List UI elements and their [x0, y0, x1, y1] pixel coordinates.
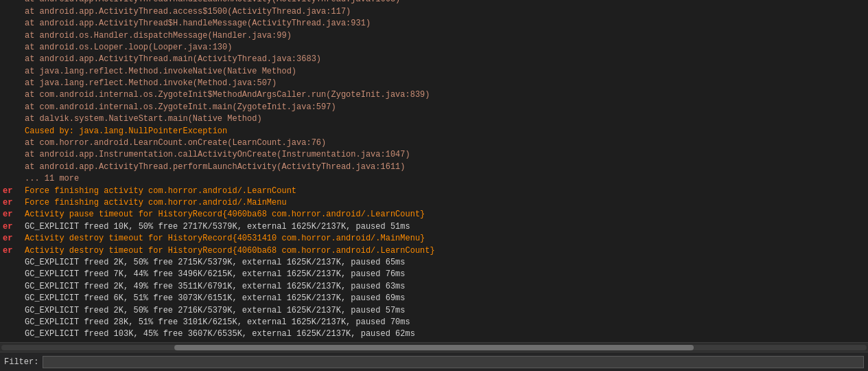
horizontal-scrollbar-thumb[interactable]	[174, 345, 694, 350]
log-line: erActivity pause timeout for HistoryReco…	[3, 209, 865, 221]
log-text: GC_EXPLICIT freed 2K, 50% free 2716K/537…	[25, 305, 406, 317]
log-line: = at java.lang.reflect.Method.invoke(Met…	[3, 78, 865, 89]
log-tag	[3, 257, 22, 269]
log-tag	[3, 293, 22, 304]
log-tag: =	[3, 6, 22, 18]
log-line: = at android.app.ActivityThread.access$1…	[3, 6, 865, 18]
log-tag: =	[3, 42, 22, 54]
log-text: at com.android.internal.os.ZygoteInit.ma…	[25, 102, 336, 113]
log-line: GC_EXPLICIT freed 103K, 45% free 3607K/6…	[3, 328, 865, 340]
log-text: Activity pause timeout for HistoryRecord…	[25, 209, 425, 221]
log-tag: er	[3, 209, 22, 221]
log-line: = at android.app.ActivityThread.main(Act…	[3, 54, 865, 65]
log-line: erActivity destroy timeout for HistoryRe…	[3, 245, 865, 257]
log-tag	[3, 305, 22, 317]
log-line: =Caused by: java.lang.NullPointerExcepti…	[3, 126, 865, 137]
log-line: GC_EXPLICIT freed 7K, 44% free 3496K/621…	[3, 269, 865, 280]
log-tag: =	[3, 113, 22, 125]
log-text: GC_EXPLICIT freed 2K, 49% free 3511K/679…	[25, 281, 406, 293]
log-line: = at android.os.Handler.dispatchMessage(…	[3, 30, 865, 42]
log-text: GC_EXPLICIT freed 28K, 51% free 3101K/62…	[25, 317, 410, 328]
log-tag: =	[3, 89, 22, 101]
log-text: GC_EXPLICIT freed 7K, 44% free 3496K/621…	[25, 269, 406, 280]
log-tag: =	[3, 161, 22, 173]
log-text: at android.app.ActivityThread.handleLaun…	[25, 0, 400, 6]
filter-label: Filter:	[4, 357, 38, 367]
log-text: at java.lang.reflect.Method.invoke(Metho…	[25, 78, 277, 89]
log-tag: =	[3, 126, 22, 137]
log-text: at java.lang.reflect.Method.invokeNative…	[25, 66, 296, 78]
log-line: = at com.android.internal.os.ZygoteInit.…	[3, 102, 865, 113]
log-line: = at android.app.ActivityThread.handleLa…	[3, 0, 865, 6]
log-line: = ... 11 more	[3, 173, 865, 185]
log-tag: =	[3, 30, 22, 42]
log-line: er Force finishing activity com.horror.a…	[3, 197, 865, 209]
log-line: = at android.app.Instrumentation.callAct…	[3, 149, 865, 161]
log-tag	[3, 269, 22, 280]
log-output[interactable]: U positionShutting down VM=threadid=1: t…	[0, 0, 868, 342]
log-tag: er	[3, 186, 22, 197]
log-tag	[3, 281, 22, 293]
log-tag: =	[3, 0, 22, 6]
log-tag: er	[3, 245, 22, 257]
log-text: at android.app.Instrumentation.callActiv…	[25, 149, 410, 161]
log-tag: er	[3, 221, 22, 233]
log-tag: er	[3, 233, 22, 245]
log-text: at android.app.ActivityThread.main(Activ…	[25, 54, 321, 65]
log-line: erGC_EXPLICIT freed 10K, 50% free 2717K/…	[3, 221, 865, 233]
horizontal-scrollbar-track[interactable]	[1, 345, 867, 350]
filter-bar: Filter:	[0, 352, 868, 371]
log-text: at android.app.ActivityThread$H.handleMe…	[25, 18, 371, 30]
log-line: = at android.app.ActivityThread.performL…	[3, 161, 865, 173]
filter-input[interactable]	[43, 356, 864, 368]
log-text: GC_EXPLICIT freed 2K, 50% free 2715K/537…	[25, 257, 406, 269]
log-line: er Force finishing activity com.horror.a…	[3, 186, 865, 197]
log-text: at android.app.ActivityThread.access$150…	[25, 6, 351, 18]
log-text: Activity destroy timeout for HistoryReco…	[25, 245, 435, 257]
log-line: = at android.app.ActivityThread$H.handle…	[3, 18, 865, 30]
log-line: GC_EXPLICIT freed 28K, 51% free 3101K/62…	[3, 317, 865, 328]
log-tag	[3, 328, 22, 340]
log-text: GC_EXPLICIT freed 10K, 50% free 2717K/53…	[25, 221, 410, 233]
log-tag: =	[3, 54, 22, 65]
log-text: at com.android.internal.os.ZygoteInit$Me…	[25, 89, 430, 101]
log-text: Force finishing activity com.horror.andr…	[25, 197, 287, 209]
log-text: at com.horror.android.LearnCount.onCreat…	[25, 137, 326, 149]
log-line: GC_EXPLICIT freed 2K, 50% free 2716K/537…	[3, 305, 865, 317]
log-text: Activity destroy timeout for HistoryReco…	[25, 233, 425, 245]
log-line: GC_EXPLICIT freed 2K, 50% free 2715K/537…	[3, 257, 865, 269]
log-text: ... 11 more	[25, 173, 79, 185]
log-text: at android.os.Handler.dispatchMessage(Ha…	[25, 30, 292, 42]
log-tag: =	[3, 18, 22, 30]
horizontal-scrollbar-container	[0, 342, 868, 352]
log-text: Caused by: java.lang.NullPointerExceptio…	[25, 126, 227, 137]
log-text: Force finishing activity com.horror.andr…	[25, 186, 296, 197]
log-tag: =	[3, 66, 22, 78]
log-line: = at com.horror.android.LearnCount.onCre…	[3, 137, 865, 149]
log-text: at dalvik.system.NativeStart.main(Native…	[25, 113, 262, 125]
log-text: at android.app.ActivityThread.performLau…	[25, 161, 406, 173]
log-tag: =	[3, 137, 22, 149]
log-text: GC_EXPLICIT freed 103K, 45% free 3607K/6…	[25, 328, 415, 340]
log-line: GC_EXPLICIT freed 6K, 51% free 3073K/615…	[3, 293, 865, 304]
log-line: GC_EXPLICIT freed 2K, 49% free 3511K/679…	[3, 281, 865, 293]
log-text: GC_EXPLICIT freed 6K, 51% free 3073K/615…	[25, 293, 406, 304]
log-tag: =	[3, 173, 22, 185]
log-tag: =	[3, 102, 22, 113]
log-tag	[3, 317, 22, 328]
log-line: = at com.android.internal.os.ZygoteInit$…	[3, 89, 865, 101]
log-tag: =	[3, 78, 22, 89]
log-tag: er	[3, 197, 22, 209]
log-line: = at android.os.Looper.loop(Looper.java:…	[3, 42, 865, 54]
log-text: at android.os.Looper.loop(Looper.java:13…	[25, 42, 232, 54]
log-line: erActivity destroy timeout for HistoryRe…	[3, 233, 865, 245]
log-line: = at java.lang.reflect.Method.invokeNati…	[3, 66, 865, 78]
log-tag: =	[3, 149, 22, 161]
log-line: = at dalvik.system.NativeStart.main(Nati…	[3, 113, 865, 125]
